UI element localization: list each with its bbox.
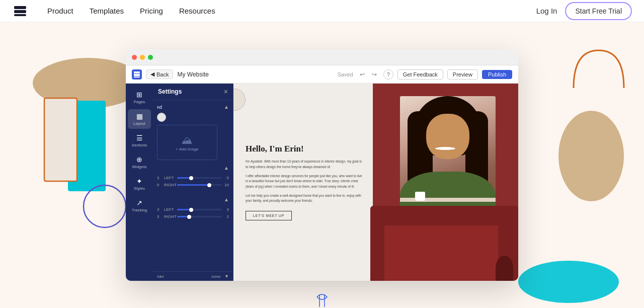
- slider-1-track[interactable]: [177, 177, 222, 179]
- slider-2-thumb[interactable]: [207, 183, 211, 187]
- back-arrow-icon: ◀: [150, 71, 154, 78]
- app-toolbar: ◀ Back My Website Saved ↩ ↪ ? Get Feedba…: [126, 65, 518, 84]
- browser-window: ◀ Back My Website Saved ↩ ↪ ? Get Feedba…: [126, 49, 518, 281]
- maximize-dot[interactable]: [148, 55, 153, 60]
- app-logo: [132, 69, 142, 80]
- nav-templates[interactable]: Templates: [83, 4, 131, 18]
- layout-label: Layout: [133, 121, 145, 126]
- sofa-cushion: [384, 225, 498, 281]
- widgets-icon: ⊕: [136, 156, 142, 164]
- sliders-section-1: ▲ 3 LEFT 0: [157, 165, 229, 192]
- login-button[interactable]: Log In: [536, 7, 557, 15]
- navbar-right: Log In Start Free Trial: [536, 2, 632, 20]
- add-image-label: + Add Image: [176, 147, 198, 151]
- sidebar-item-pages[interactable]: ⊞ Pages: [128, 88, 151, 107]
- slider-4-fill: [177, 216, 188, 217]
- border-dropdown-icon[interactable]: ▼: [224, 274, 229, 279]
- back-label: Back: [156, 71, 169, 78]
- slider-4-track[interactable]: [177, 216, 222, 217]
- slider-1-thumb[interactable]: [189, 176, 193, 180]
- nav-resources[interactable]: Resources: [172, 4, 222, 18]
- sidebar-item-layout[interactable]: ▦ Layout: [128, 109, 151, 129]
- sliders-section-2: ▲ 3 LEFT 3: [157, 197, 229, 223]
- slider-3-track[interactable]: [177, 209, 222, 210]
- hero-paragraph-2: I offer affordable interior design servi…: [246, 174, 363, 189]
- slider-4-thumb[interactable]: [187, 215, 191, 219]
- nav-product[interactable]: Product: [40, 4, 80, 18]
- sidebar-item-widgets[interactable]: ⊕ Widgets: [128, 152, 151, 172]
- section-bg-label: nd: [157, 105, 162, 110]
- slider-2-val: 10: [224, 183, 229, 187]
- section-collapse-icon[interactable]: ▲: [224, 104, 229, 110]
- slider-row-2: 0 RIGHT 10: [157, 183, 229, 187]
- main-content: ◀ Back My Website Saved ↩ ↪ ? Get Feedba…: [0, 22, 644, 308]
- slider-1-fill: [177, 177, 191, 179]
- styles-label: Styles: [134, 186, 145, 191]
- settings-close-button[interactable]: ×: [224, 88, 228, 96]
- back-button[interactable]: ◀ Back: [146, 69, 173, 79]
- background-section: nd ▲ ⛰ + Add Image: [157, 104, 229, 160]
- tracking-icon: ↗: [136, 199, 142, 207]
- slider-3-thumb[interactable]: [189, 208, 193, 212]
- hero-paragraph-3: Let me help you create a well-designed h…: [246, 193, 363, 204]
- border-value: none: [211, 274, 220, 279]
- slider-3-label: LEFT: [164, 207, 175, 212]
- website-preview: Hello, I'm Erin! I'm Ayodelé. With more …: [233, 84, 518, 281]
- hero-cta-button[interactable]: LET'S MEET UP: [246, 211, 292, 220]
- slider-1-val: 0: [224, 176, 229, 180]
- preview-button[interactable]: Preview: [447, 69, 478, 80]
- saved-status: Saved: [338, 71, 353, 78]
- settings-title: Settings: [158, 88, 182, 95]
- color-picker[interactable]: [157, 113, 166, 122]
- help-button[interactable]: ?: [383, 69, 393, 80]
- svg-rect-9: [14, 10, 26, 13]
- svg-rect-13: [134, 76, 140, 78]
- get-feedback-button[interactable]: Get Feedback: [397, 69, 443, 80]
- slider-4-val: 2: [224, 214, 229, 219]
- redo-button[interactable]: ↪: [369, 69, 379, 80]
- mountain-icon: ⛰: [182, 134, 193, 147]
- sidebar-item-tracking[interactable]: ↗ Tracking: [128, 196, 151, 215]
- slider-2-track[interactable]: [177, 184, 222, 186]
- slider-3-fill: [177, 209, 191, 210]
- sidebar-item-styles[interactable]: ✦ Styles: [128, 174, 151, 194]
- nav-pricing[interactable]: Pricing: [133, 4, 170, 18]
- slider-row-3: 3 LEFT 3: [157, 207, 229, 212]
- close-dot[interactable]: [132, 55, 137, 60]
- slider-3-num: 3: [157, 207, 162, 212]
- sliders-header-1: ▲: [157, 165, 229, 171]
- sections-icon: ☰: [136, 134, 143, 142]
- svg-rect-11: [134, 71, 140, 73]
- pages-icon: ⊞: [136, 91, 142, 99]
- slider-3-val: 3: [224, 207, 229, 212]
- settings-panel: Settings × nd ▲ ⛰: [153, 84, 233, 281]
- sliders-collapse-1[interactable]: ▲: [224, 165, 229, 171]
- site-name: My Website: [177, 71, 333, 78]
- app-body: ⊞ Pages ▦ Layout ☰ Sections ⊕ Widgets ✦: [126, 84, 518, 281]
- sidebar-item-sections[interactable]: ☰ Sections: [128, 131, 151, 150]
- add-image-button[interactable]: ⛰ + Add Image: [157, 125, 217, 160]
- slider-1-label: LEFT: [164, 176, 175, 180]
- sliders-area-1: 3 LEFT 0 0 RIGHT: [157, 174, 229, 192]
- pages-label: Pages: [134, 100, 145, 104]
- side-table: [496, 256, 513, 281]
- smile: [430, 144, 460, 150]
- border-label: rder: [157, 274, 164, 279]
- minimize-dot[interactable]: [140, 55, 145, 60]
- teeth: [435, 147, 455, 150]
- settings-body: nd ▲ ⛰ + Add Image: [153, 100, 233, 271]
- section-header-bg: nd ▲: [157, 104, 229, 110]
- sliders-collapse-2[interactable]: ▲: [224, 197, 229, 202]
- logo[interactable]: [12, 3, 28, 19]
- sliders-area-2: 3 LEFT 3 3 RIGHT: [157, 205, 229, 223]
- svg-rect-10: [14, 14, 26, 16]
- slider-1-num: 3: [157, 176, 162, 180]
- navbar: Product Templates Pricing Resources Log …: [0, 0, 644, 22]
- start-trial-button[interactable]: Start Free Trial: [565, 2, 632, 20]
- slider-2-fill: [177, 184, 208, 186]
- slider-2-label: RIGHT: [164, 183, 175, 187]
- undo-button[interactable]: ↩: [357, 69, 367, 80]
- content-area: Hello, I'm Erin! I'm Ayodelé. With more …: [233, 84, 373, 281]
- slider-4-num: 3: [157, 214, 162, 219]
- publish-button[interactable]: Publish: [482, 70, 512, 79]
